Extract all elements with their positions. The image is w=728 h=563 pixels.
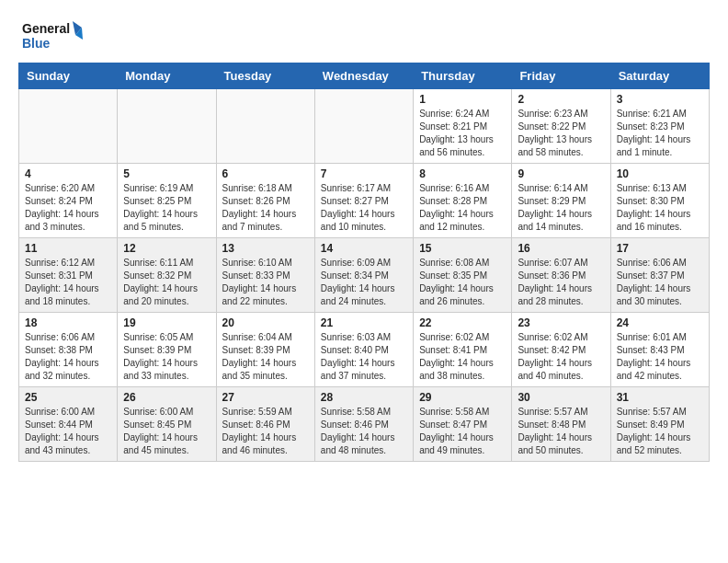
day-cell-8: 8Sunrise: 6:16 AMSunset: 8:28 PMDaylight… [414,164,512,238]
day-number: 17 [617,242,703,255]
day-cell-20: 20Sunrise: 6:04 AMSunset: 8:39 PMDayligh… [216,313,314,387]
day-cell-24: 24Sunrise: 6:01 AMSunset: 8:43 PMDayligh… [610,313,709,387]
col-header-monday: Monday [118,63,216,89]
empty-cell [314,89,413,164]
day-number: 5 [123,167,210,180]
day-cell-12: 12Sunrise: 6:11 AMSunset: 8:32 PMDayligh… [118,238,216,313]
day-info: Sunrise: 6:02 AMSunset: 8:42 PMDaylight:… [518,331,604,383]
header: GeneralBlue [0,0,728,63]
day-cell-28: 28Sunrise: 5:58 AMSunset: 8:46 PMDayligh… [314,387,413,462]
day-number: 25 [25,391,111,404]
day-info: Sunrise: 6:16 AMSunset: 8:28 PMDaylight:… [419,182,506,234]
day-info: Sunrise: 6:04 AMSunset: 8:39 PMDaylight:… [222,331,309,383]
col-header-wednesday: Wednesday [314,63,413,89]
day-number: 20 [222,316,309,329]
day-info: Sunrise: 5:58 AMSunset: 8:46 PMDaylight:… [321,406,407,457]
calendar-wrapper: SundayMondayTuesdayWednesdayThursdayFrid… [0,63,728,471]
day-number: 27 [222,391,309,404]
day-number: 6 [222,167,309,180]
empty-cell [216,89,314,164]
day-cell-14: 14Sunrise: 6:09 AMSunset: 8:34 PMDayligh… [314,238,413,313]
day-info: Sunrise: 6:17 AMSunset: 8:27 PMDaylight:… [321,182,407,234]
day-info: Sunrise: 6:06 AMSunset: 8:38 PMDaylight:… [25,331,111,383]
day-info: Sunrise: 6:24 AMSunset: 8:21 PMDaylight:… [419,108,506,159]
week-row-2: 11Sunrise: 6:12 AMSunset: 8:31 PMDayligh… [19,238,710,313]
day-info: Sunrise: 6:14 AMSunset: 8:29 PMDaylight:… [518,182,604,234]
day-number: 12 [123,242,210,255]
day-number: 19 [123,316,210,329]
day-number: 30 [518,391,604,404]
week-row-3: 18Sunrise: 6:06 AMSunset: 8:38 PMDayligh… [19,313,710,387]
col-header-friday: Friday [512,63,610,89]
day-number: 4 [25,167,111,180]
week-row-4: 25Sunrise: 6:00 AMSunset: 8:44 PMDayligh… [19,387,710,462]
day-info: Sunrise: 6:19 AMSunset: 8:25 PMDaylight:… [123,182,210,234]
day-cell-26: 26Sunrise: 6:00 AMSunset: 8:45 PMDayligh… [118,387,216,462]
day-number: 2 [518,93,604,106]
day-number: 22 [419,316,506,329]
day-info: Sunrise: 6:01 AMSunset: 8:43 PMDaylight:… [617,331,703,383]
empty-cell [19,89,118,164]
day-cell-3: 3Sunrise: 6:21 AMSunset: 8:23 PMDaylight… [610,89,709,164]
day-cell-4: 4Sunrise: 6:20 AMSunset: 8:24 PMDaylight… [19,164,118,238]
day-number: 1 [419,93,506,106]
day-cell-6: 6Sunrise: 6:18 AMSunset: 8:26 PMDaylight… [216,164,314,238]
day-info: Sunrise: 6:18 AMSunset: 8:26 PMDaylight:… [222,182,309,234]
day-cell-22: 22Sunrise: 6:02 AMSunset: 8:41 PMDayligh… [414,313,512,387]
day-cell-21: 21Sunrise: 6:03 AMSunset: 8:40 PMDayligh… [314,313,413,387]
week-row-1: 4Sunrise: 6:20 AMSunset: 8:24 PMDaylight… [19,164,710,238]
day-number: 24 [617,316,703,329]
empty-cell [118,89,216,164]
day-number: 16 [518,242,604,255]
day-info: Sunrise: 6:00 AMSunset: 8:44 PMDaylight:… [25,406,111,457]
day-cell-29: 29Sunrise: 5:58 AMSunset: 8:47 PMDayligh… [414,387,512,462]
day-info: Sunrise: 6:23 AMSunset: 8:22 PMDaylight:… [518,108,604,159]
day-cell-1: 1Sunrise: 6:24 AMSunset: 8:21 PMDaylight… [414,89,512,164]
day-number: 21 [321,316,407,329]
day-number: 29 [419,391,506,404]
day-number: 3 [617,93,703,106]
logo: GeneralBlue [22,17,86,53]
svg-text:Blue: Blue [22,36,51,51]
day-cell-31: 31Sunrise: 5:57 AMSunset: 8:49 PMDayligh… [610,387,709,462]
day-cell-27: 27Sunrise: 5:59 AMSunset: 8:46 PMDayligh… [216,387,314,462]
col-header-tuesday: Tuesday [216,63,314,89]
day-info: Sunrise: 6:12 AMSunset: 8:31 PMDaylight:… [25,257,111,308]
day-number: 15 [419,242,506,255]
day-info: Sunrise: 6:13 AMSunset: 8:30 PMDaylight:… [617,182,703,234]
day-info: Sunrise: 6:08 AMSunset: 8:35 PMDaylight:… [419,257,506,308]
day-info: Sunrise: 6:10 AMSunset: 8:33 PMDaylight:… [222,257,309,308]
day-cell-15: 15Sunrise: 6:08 AMSunset: 8:35 PMDayligh… [414,238,512,313]
day-info: Sunrise: 5:58 AMSunset: 8:47 PMDaylight:… [419,406,506,457]
day-info: Sunrise: 6:20 AMSunset: 8:24 PMDaylight:… [25,182,111,234]
day-cell-18: 18Sunrise: 6:06 AMSunset: 8:38 PMDayligh… [19,313,118,387]
col-header-sunday: Sunday [19,63,118,89]
day-info: Sunrise: 6:21 AMSunset: 8:23 PMDaylight:… [617,108,703,159]
day-info: Sunrise: 6:06 AMSunset: 8:37 PMDaylight:… [617,257,703,308]
day-cell-30: 30Sunrise: 5:57 AMSunset: 8:48 PMDayligh… [512,387,610,462]
day-cell-2: 2Sunrise: 6:23 AMSunset: 8:22 PMDaylight… [512,89,610,164]
calendar-table: SundayMondayTuesdayWednesdayThursdayFrid… [18,63,710,462]
day-number: 10 [617,167,703,180]
day-number: 14 [321,242,407,255]
header-row: SundayMondayTuesdayWednesdayThursdayFrid… [19,63,710,89]
day-cell-25: 25Sunrise: 6:00 AMSunset: 8:44 PMDayligh… [19,387,118,462]
day-number: 9 [518,167,604,180]
calendar-header: SundayMondayTuesdayWednesdayThursdayFrid… [19,63,710,89]
col-header-saturday: Saturday [610,63,709,89]
calendar-body: 1Sunrise: 6:24 AMSunset: 8:21 PMDaylight… [19,89,710,462]
day-info: Sunrise: 6:07 AMSunset: 8:36 PMDaylight:… [518,257,604,308]
day-cell-7: 7Sunrise: 6:17 AMSunset: 8:27 PMDaylight… [314,164,413,238]
day-info: Sunrise: 6:03 AMSunset: 8:40 PMDaylight:… [321,331,407,383]
day-info: Sunrise: 6:11 AMSunset: 8:32 PMDaylight:… [123,257,210,308]
day-cell-10: 10Sunrise: 6:13 AMSunset: 8:30 PMDayligh… [610,164,709,238]
day-cell-19: 19Sunrise: 6:05 AMSunset: 8:39 PMDayligh… [118,313,216,387]
day-info: Sunrise: 6:00 AMSunset: 8:45 PMDaylight:… [123,406,210,457]
day-cell-13: 13Sunrise: 6:10 AMSunset: 8:33 PMDayligh… [216,238,314,313]
day-info: Sunrise: 5:57 AMSunset: 8:49 PMDaylight:… [617,406,703,457]
day-number: 23 [518,316,604,329]
day-cell-5: 5Sunrise: 6:19 AMSunset: 8:25 PMDaylight… [118,164,216,238]
day-number: 11 [25,242,111,255]
day-number: 28 [321,391,407,404]
day-info: Sunrise: 6:09 AMSunset: 8:34 PMDaylight:… [321,257,407,308]
